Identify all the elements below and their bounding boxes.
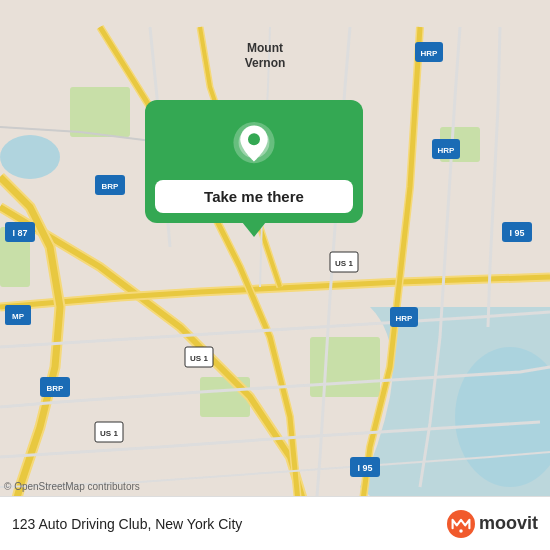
location-info: 123 Auto Driving Club, New York City [12, 516, 242, 532]
map-background: I 87 BRP BRP US 1 US 1 US 1 I 95 I 95 HR… [0, 0, 550, 550]
svg-text:HRP: HRP [438, 146, 456, 155]
svg-rect-3 [70, 87, 130, 137]
popup-icon-area [145, 100, 363, 180]
svg-point-2 [0, 135, 60, 179]
take-me-there-button[interactable]: Take me there [155, 180, 353, 213]
svg-text:I 87: I 87 [12, 228, 27, 238]
moovit-brand-text: moovit [479, 513, 538, 534]
svg-text:BRP: BRP [102, 182, 120, 191]
copyright-text: © OpenStreetMap contributors [4, 481, 140, 492]
svg-text:HRP: HRP [421, 49, 439, 58]
svg-rect-4 [310, 337, 380, 397]
bottom-bar: 123 Auto Driving Club, New York City moo… [0, 496, 550, 550]
moovit-icon [447, 510, 475, 538]
svg-point-37 [447, 510, 475, 538]
svg-text:BRP: BRP [47, 384, 65, 393]
svg-text:Vernon: Vernon [245, 56, 286, 70]
moovit-logo: moovit [447, 510, 538, 538]
svg-text:US 1: US 1 [100, 429, 118, 438]
map-popup: Take me there [145, 100, 363, 223]
map-container: I 87 BRP BRP US 1 US 1 US 1 I 95 I 95 HR… [0, 0, 550, 550]
svg-point-36 [248, 133, 260, 145]
svg-text:US 1: US 1 [335, 259, 353, 268]
location-name: 123 Auto Driving Club, New York City [12, 516, 242, 532]
location-pin-icon [230, 122, 278, 170]
svg-text:I 95: I 95 [509, 228, 524, 238]
svg-text:HRP: HRP [396, 314, 414, 323]
svg-text:Mount: Mount [247, 41, 283, 55]
svg-text:US 1: US 1 [190, 354, 208, 363]
svg-point-38 [459, 529, 463, 533]
svg-text:MP: MP [12, 312, 25, 321]
svg-text:I 95: I 95 [357, 463, 372, 473]
